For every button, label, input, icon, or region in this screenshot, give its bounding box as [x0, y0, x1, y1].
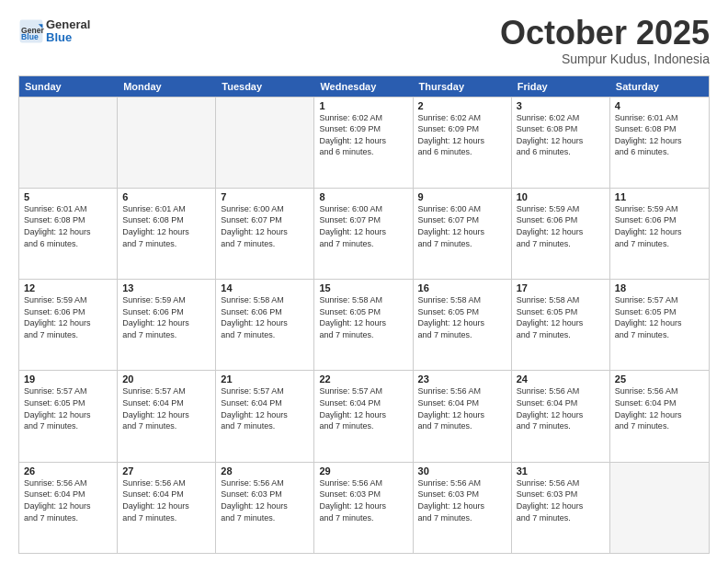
weekday-header-friday: Friday — [512, 76, 610, 97]
day-info: Sunrise: 6:01 AM Sunset: 6:08 PM Dayligh… — [615, 112, 704, 158]
weekday-header-thursday: Thursday — [414, 76, 512, 97]
day-number: 10 — [517, 191, 605, 202]
calendar-cell: 1Sunrise: 6:02 AM Sunset: 6:09 PM Daylig… — [314, 98, 413, 188]
header: General Blue General Blue October 2025 S… — [18, 15, 710, 66]
day-number: 16 — [418, 282, 506, 293]
day-number: 24 — [517, 373, 605, 385]
day-number: 14 — [221, 282, 309, 293]
calendar-row-1: 1Sunrise: 6:02 AM Sunset: 6:09 PM Daylig… — [19, 97, 709, 188]
calendar-cell: 24Sunrise: 5:56 AM Sunset: 6:04 PM Dayli… — [512, 371, 610, 461]
calendar-cell: 20Sunrise: 5:57 AM Sunset: 6:04 PM Dayli… — [118, 371, 216, 461]
page: General Blue General Blue October 2025 S… — [0, 0, 728, 563]
day-info: Sunrise: 5:56 AM Sunset: 6:03 PM Dayligh… — [221, 477, 309, 523]
day-number: 3 — [517, 100, 605, 111]
calendar: SundayMondayTuesdayWednesdayThursdayFrid… — [18, 75, 710, 554]
logo-icon: General Blue — [18, 18, 44, 44]
day-info: Sunrise: 6:01 AM Sunset: 6:08 PM Dayligh… — [24, 203, 112, 249]
logo-text: General Blue — [46, 18, 90, 45]
day-number: 30 — [418, 465, 506, 477]
day-number: 13 — [122, 282, 210, 293]
day-info: Sunrise: 5:56 AM Sunset: 6:03 PM Dayligh… — [517, 477, 605, 523]
day-info: Sunrise: 6:00 AM Sunset: 6:07 PM Dayligh… — [418, 203, 506, 249]
calendar-cell: 4Sunrise: 6:01 AM Sunset: 6:08 PM Daylig… — [610, 98, 709, 188]
calendar-cell: 11Sunrise: 5:59 AM Sunset: 6:06 PM Dayli… — [610, 189, 709, 279]
day-info: Sunrise: 6:00 AM Sunset: 6:07 PM Dayligh… — [319, 203, 407, 249]
calendar-cell: 15Sunrise: 5:58 AM Sunset: 6:05 PM Dayli… — [314, 280, 413, 370]
day-number: 2 — [418, 100, 506, 111]
weekday-header-wednesday: Wednesday — [314, 76, 413, 97]
svg-text:Blue: Blue — [21, 33, 39, 42]
calendar-cell: 17Sunrise: 5:58 AM Sunset: 6:05 PM Dayli… — [512, 280, 610, 370]
calendar-cell: 18Sunrise: 5:57 AM Sunset: 6:05 PM Dayli… — [610, 280, 709, 370]
calendar-cell: 31Sunrise: 5:56 AM Sunset: 6:03 PM Dayli… — [512, 463, 610, 553]
day-info: Sunrise: 5:57 AM Sunset: 6:04 PM Dayligh… — [221, 385, 309, 431]
day-info: Sunrise: 5:57 AM Sunset: 6:04 PM Dayligh… — [319, 385, 407, 431]
day-number: 7 — [221, 191, 309, 202]
calendar-cell: 8Sunrise: 6:00 AM Sunset: 6:07 PM Daylig… — [314, 189, 413, 279]
day-info: Sunrise: 6:01 AM Sunset: 6:08 PM Dayligh… — [122, 203, 210, 249]
calendar-cell: 16Sunrise: 5:58 AM Sunset: 6:05 PM Dayli… — [414, 280, 512, 370]
day-info: Sunrise: 6:02 AM Sunset: 6:09 PM Dayligh… — [418, 112, 506, 158]
day-info: Sunrise: 6:00 AM Sunset: 6:07 PM Dayligh… — [221, 203, 309, 249]
day-number: 27 — [122, 465, 210, 477]
day-number: 5 — [24, 191, 112, 202]
calendar-header: SundayMondayTuesdayWednesdayThursdayFrid… — [19, 76, 709, 97]
day-number: 22 — [319, 373, 407, 385]
day-number: 31 — [517, 465, 605, 477]
calendar-cell: 12Sunrise: 5:59 AM Sunset: 6:06 PM Dayli… — [19, 280, 118, 370]
weekday-header-saturday: Saturday — [610, 76, 709, 97]
weekday-header-tuesday: Tuesday — [216, 76, 314, 97]
day-info: Sunrise: 5:57 AM Sunset: 6:04 PM Dayligh… — [122, 385, 210, 431]
calendar-cell: 19Sunrise: 5:57 AM Sunset: 6:05 PM Dayli… — [19, 371, 118, 461]
calendar-cell: 21Sunrise: 5:57 AM Sunset: 6:04 PM Dayli… — [216, 371, 314, 461]
day-number: 4 — [615, 100, 704, 111]
calendar-cell — [216, 98, 314, 188]
day-info: Sunrise: 5:59 AM Sunset: 6:06 PM Dayligh… — [24, 294, 112, 340]
calendar-cell: 3Sunrise: 6:02 AM Sunset: 6:08 PM Daylig… — [512, 98, 610, 188]
day-number: 23 — [418, 373, 506, 385]
calendar-cell: 9Sunrise: 6:00 AM Sunset: 6:07 PM Daylig… — [414, 189, 512, 279]
calendar-cell: 6Sunrise: 6:01 AM Sunset: 6:08 PM Daylig… — [118, 189, 216, 279]
day-info: Sunrise: 5:56 AM Sunset: 6:04 PM Dayligh… — [122, 477, 210, 523]
day-number: 25 — [615, 373, 704, 385]
calendar-cell: 2Sunrise: 6:02 AM Sunset: 6:09 PM Daylig… — [414, 98, 512, 188]
day-info: Sunrise: 5:56 AM Sunset: 6:03 PM Dayligh… — [418, 477, 506, 523]
day-info: Sunrise: 5:58 AM Sunset: 6:05 PM Dayligh… — [319, 294, 407, 340]
day-info: Sunrise: 5:59 AM Sunset: 6:06 PM Dayligh… — [122, 294, 210, 340]
weekday-header-sunday: Sunday — [19, 76, 118, 97]
day-info: Sunrise: 5:56 AM Sunset: 6:04 PM Dayligh… — [517, 385, 605, 431]
calendar-cell: 22Sunrise: 5:57 AM Sunset: 6:04 PM Dayli… — [314, 371, 413, 461]
calendar-cell: 10Sunrise: 5:59 AM Sunset: 6:06 PM Dayli… — [512, 189, 610, 279]
calendar-cell: 13Sunrise: 5:59 AM Sunset: 6:06 PM Dayli… — [118, 280, 216, 370]
day-info: Sunrise: 5:56 AM Sunset: 6:03 PM Dayligh… — [319, 477, 407, 523]
calendar-row-2: 5Sunrise: 6:01 AM Sunset: 6:08 PM Daylig… — [19, 188, 709, 279]
weekday-header-monday: Monday — [118, 76, 216, 97]
day-number: 12 — [24, 282, 112, 293]
day-info: Sunrise: 6:02 AM Sunset: 6:08 PM Dayligh… — [517, 112, 605, 158]
calendar-cell: 26Sunrise: 5:56 AM Sunset: 6:04 PM Dayli… — [19, 463, 118, 553]
calendar-cell: 29Sunrise: 5:56 AM Sunset: 6:03 PM Dayli… — [314, 463, 413, 553]
day-info: Sunrise: 5:59 AM Sunset: 6:06 PM Dayligh… — [517, 203, 605, 249]
calendar-cell: 28Sunrise: 5:56 AM Sunset: 6:03 PM Dayli… — [216, 463, 314, 553]
day-info: Sunrise: 5:57 AM Sunset: 6:05 PM Dayligh… — [24, 385, 112, 431]
logo: General Blue General Blue — [18, 18, 90, 45]
calendar-cell: 7Sunrise: 6:00 AM Sunset: 6:07 PM Daylig… — [216, 189, 314, 279]
day-number: 21 — [221, 373, 309, 385]
month-title: October 2025 — [500, 15, 710, 52]
day-info: Sunrise: 5:57 AM Sunset: 6:05 PM Dayligh… — [615, 294, 704, 340]
day-info: Sunrise: 5:56 AM Sunset: 6:04 PM Dayligh… — [24, 477, 112, 523]
calendar-cell: 23Sunrise: 5:56 AM Sunset: 6:04 PM Dayli… — [414, 371, 512, 461]
day-number: 9 — [418, 191, 506, 202]
calendar-cell — [19, 98, 118, 188]
logo-general-text: General — [46, 18, 90, 31]
day-info: Sunrise: 5:56 AM Sunset: 6:04 PM Dayligh… — [418, 385, 506, 431]
day-number: 15 — [319, 282, 407, 293]
calendar-cell: 5Sunrise: 6:01 AM Sunset: 6:08 PM Daylig… — [19, 189, 118, 279]
calendar-body: 1Sunrise: 6:02 AM Sunset: 6:09 PM Daylig… — [19, 97, 709, 553]
day-info: Sunrise: 5:58 AM Sunset: 6:05 PM Dayligh… — [418, 294, 506, 340]
day-number: 6 — [122, 191, 210, 202]
day-number: 19 — [24, 373, 112, 385]
day-number: 18 — [615, 282, 704, 293]
day-number: 26 — [24, 465, 112, 477]
day-info: Sunrise: 5:58 AM Sunset: 6:05 PM Dayligh… — [517, 294, 605, 340]
